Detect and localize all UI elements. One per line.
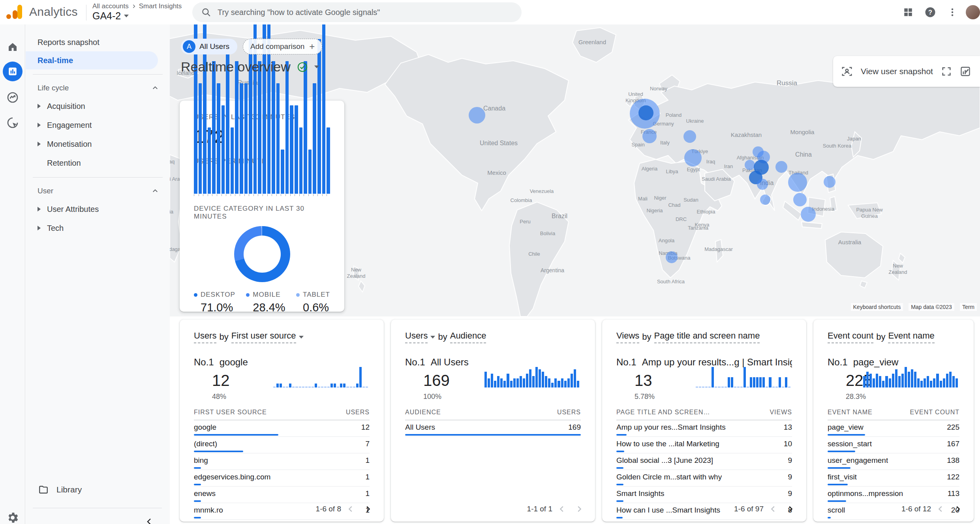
pagination-prev-button[interactable] — [765, 501, 781, 517]
pagination-prev-button[interactable] — [554, 501, 570, 517]
reports-nav-button[interactable] — [3, 62, 23, 81]
pagination-next-button[interactable] — [783, 501, 798, 517]
expand-arrow-icon[interactable] — [38, 104, 41, 109]
spark-bar — [292, 387, 295, 387]
breadcrumb[interactable]: All accounts Smart Insights — [92, 2, 182, 10]
user-avatar[interactable] — [966, 5, 980, 19]
dimension-caret-icon[interactable] — [299, 336, 304, 339]
search-input[interactable] — [218, 8, 513, 17]
spark-bar — [497, 376, 499, 387]
card-title: Users by First user source — [194, 331, 370, 343]
sidebar-nav-subitem[interactable]: Retention — [26, 153, 170, 172]
spark-bar — [936, 374, 939, 387]
row-value: 225 — [947, 423, 959, 432]
metric-selector[interactable]: Views — [616, 331, 639, 343]
search-bar[interactable] — [192, 2, 522, 22]
spark-bar — [933, 378, 935, 387]
user-location-bubble — [684, 149, 702, 167]
home-nav-button[interactable] — [7, 41, 19, 53]
top-entry: No.1google — [194, 357, 370, 368]
row-bar — [616, 500, 623, 502]
explore-nav-button[interactable] — [6, 91, 19, 104]
metric-selector[interactable]: Users — [405, 331, 428, 343]
spark-bar — [873, 378, 875, 387]
top-entry-percent: 48% — [212, 393, 264, 401]
pagination-next-button[interactable] — [571, 501, 587, 517]
dimension-selector[interactable]: Page title and screen name — [654, 331, 760, 343]
keyboard-shortcuts-link[interactable]: Keyboard shortcuts — [851, 303, 903, 311]
row-label: bing — [194, 456, 208, 465]
property-selector[interactable]: GA4-2 — [92, 10, 129, 22]
pagination-prev-button[interactable] — [933, 501, 948, 517]
metric-card: Users by Audience No.1All Users 169 100% — [391, 320, 595, 522]
spark-bar — [312, 387, 314, 387]
view-user-snapshot-button[interactable] — [841, 66, 853, 77]
metric-caret-icon[interactable] — [430, 336, 435, 339]
sidebar-nav-subitem[interactable]: Monetisation — [26, 135, 170, 153]
apps-grid-button[interactable] — [897, 1, 919, 23]
more-menu-button[interactable] — [941, 1, 963, 23]
expand-arrow-icon[interactable] — [38, 226, 41, 230]
expand-arrow-icon[interactable] — [38, 123, 41, 127]
device-legend: DESKTOP 71.0% MOBILE 28.4% — [194, 291, 330, 314]
breadcrumb-account[interactable]: Smart Insights — [139, 2, 182, 10]
row-label: page_view — [828, 423, 864, 432]
chevron-right-icon — [131, 4, 137, 9]
spark-bar — [500, 378, 503, 387]
dimension-selector[interactable]: First user source — [231, 331, 296, 343]
add-comparison-chip[interactable]: Add comparison + — [243, 39, 322, 54]
metric-selector[interactable]: Users — [194, 331, 216, 343]
data-quality-check-icon[interactable] — [297, 62, 308, 73]
spark-bar — [901, 374, 904, 387]
dimension-selector[interactable]: Audience — [450, 331, 486, 343]
sidebar-nav-subitem[interactable]: Tech — [26, 219, 170, 238]
fullscreen-button[interactable] — [941, 66, 952, 77]
pagination-next-button[interactable] — [950, 501, 966, 517]
sidebar-nav-item[interactable]: Reports snapshot — [26, 33, 170, 51]
advertising-nav-button[interactable] — [6, 116, 19, 129]
top-app-bar: Analytics All accounts Smart Insights GA… — [0, 0, 980, 24]
all-users-chip[interactable]: A All Users — [181, 39, 237, 54]
row-label: (direct) — [194, 440, 217, 448]
spark-bar — [946, 374, 948, 387]
user-location-bubble — [793, 193, 807, 206]
row-value: 12 — [361, 423, 370, 432]
spark-bar — [943, 378, 945, 387]
table-row: optinmons...mpression113 — [828, 487, 959, 503]
sidebar-nav-subitem[interactable]: Engagement — [26, 116, 170, 135]
row-label: edgeservices.bing.com — [194, 473, 270, 481]
sidebar-nav-item[interactable]: Real-time — [26, 51, 158, 69]
table-header: PAGE TITLE AND SCREEN… VIEWS — [616, 409, 792, 420]
expand-arrow-icon[interactable] — [38, 142, 41, 146]
row-bar — [616, 484, 623, 485]
sidebar-nav-subitem[interactable]: User Attributes — [26, 200, 170, 219]
edit-chart-button[interactable] — [960, 66, 971, 77]
home-icon — [7, 41, 19, 53]
spark-bar — [276, 384, 279, 387]
top-entry-value: 13 — [635, 372, 687, 389]
section-header-user[interactable]: User — [26, 182, 170, 200]
analytics-logo[interactable]: Analytics — [6, 3, 78, 21]
pagination-prev-button[interactable] — [343, 501, 359, 517]
spark-bar — [869, 374, 872, 387]
map-data-label: Map data ©2023 — [909, 303, 954, 311]
section-header-lifecycle[interactable]: Life cycle — [26, 79, 170, 97]
expand-arrow-icon[interactable] — [38, 207, 41, 211]
breadcrumb-all-accounts[interactable]: All accounts — [92, 2, 129, 10]
help-button[interactable]: ? — [919, 1, 941, 23]
row-bar — [616, 434, 627, 436]
sidebar-nav-subitem[interactable]: Acquisition — [26, 97, 170, 116]
collapse-nav-button[interactable] — [145, 517, 154, 524]
row-bar — [194, 451, 243, 452]
view-user-snapshot-label[interactable]: View user snapshot — [861, 67, 933, 76]
dimension-selector[interactable]: Event name — [888, 331, 934, 343]
minute-bar — [222, 105, 225, 194]
title-dropdown-icon[interactable] — [314, 66, 319, 68]
row-bar — [828, 500, 846, 502]
pagination-next-button[interactable] — [360, 501, 376, 517]
library-nav-item[interactable]: Library — [26, 480, 170, 500]
metric-selector[interactable]: Event count — [828, 331, 873, 343]
terms-link[interactable]: Term — [960, 303, 977, 311]
all-users-chip-label: All Users — [199, 42, 229, 51]
admin-settings-button[interactable] — [6, 511, 19, 524]
